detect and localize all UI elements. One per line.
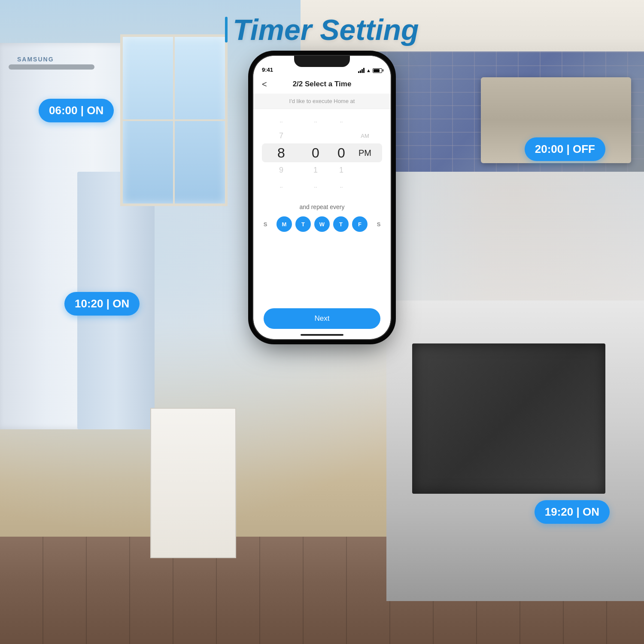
- phone-screen: 9:41 ▲ <: [253, 56, 391, 339]
- title-bar: Timer Setting: [225, 13, 419, 46]
- cabinet-lower: [150, 408, 236, 558]
- min-ones-above: ..: [340, 112, 343, 128]
- home-indicator: [301, 334, 343, 336]
- page-title-area: Timer Setting: [0, 13, 644, 46]
- battery-fill: [374, 69, 380, 72]
- title-bar-accent: [225, 17, 228, 43]
- day-button-T-2[interactable]: T: [295, 216, 311, 232]
- badge-bottom-right: 19:20 | ON: [535, 500, 610, 524]
- day-button-S-6[interactable]: S: [371, 216, 386, 232]
- app-description: I'd like to execute Home at: [253, 94, 391, 109]
- day-button-M-1[interactable]: M: [276, 216, 292, 232]
- min-tens-below: ..: [314, 178, 317, 193]
- min-ones-selected: 0: [337, 143, 345, 162]
- status-time: 9:41: [262, 67, 273, 73]
- signal-bar-3: [361, 69, 363, 73]
- repeat-section: and repeat every SMTWTFS: [253, 197, 391, 235]
- time-picker[interactable]: .. 7 8 9 .. .. 0 1 ..: [253, 109, 391, 197]
- minutes-ones-column[interactable]: .. 0 1 ..: [328, 112, 354, 193]
- minutes-tens-column[interactable]: .. 0 1 ..: [303, 112, 328, 193]
- min-ones-below: ..: [340, 178, 343, 193]
- repeat-label: and repeat every: [299, 204, 344, 210]
- hour-next: 9: [279, 162, 283, 178]
- min-ones-next: 1: [339, 162, 343, 178]
- next-button[interactable]: Next: [264, 308, 380, 329]
- time-separator: [294, 151, 303, 155]
- wifi-icon: ▲: [366, 68, 371, 73]
- app-title: 2/2 Select a Time: [293, 80, 352, 88]
- signal-bars-icon: [358, 68, 365, 73]
- hour-below: ..: [279, 178, 283, 193]
- battery-icon: [373, 68, 382, 73]
- app-header: < 2/2 Select a Time: [253, 75, 391, 94]
- app-content: < 2/2 Select a Time I'd like to execute …: [253, 75, 391, 339]
- hour-above: ..: [279, 112, 283, 128]
- hour-column[interactable]: .. 7 8 9 ..: [268, 112, 294, 193]
- hour-selected: 8: [277, 143, 285, 162]
- signal-bar-1: [358, 71, 359, 73]
- badge-bottom-left: 10:20 | ON: [64, 292, 140, 316]
- spacer: [253, 235, 391, 308]
- signal-bar-4: [363, 68, 365, 73]
- signal-bar-2: [360, 70, 361, 73]
- phone-wrapper: 9:41 ▲ <: [253, 56, 391, 339]
- ampm-column[interactable]: AM PM: [354, 112, 376, 193]
- badge-top-left: 06:00 | ON: [39, 99, 114, 122]
- day-button-T-4[interactable]: T: [333, 216, 349, 232]
- back-button[interactable]: <: [262, 79, 267, 89]
- badge-top-right: 20:00 | OFF: [525, 137, 605, 161]
- page-title: Timer Setting: [233, 13, 419, 46]
- day-button-W-3[interactable]: W: [314, 216, 330, 232]
- hour-prev: 7: [279, 128, 283, 143]
- ampm-selected: PM: [358, 143, 371, 162]
- window: [120, 34, 228, 206]
- min-tens-above: ..: [314, 112, 317, 128]
- min-tens-next: 1: [313, 162, 318, 178]
- min-tens-selected: 0: [312, 143, 319, 162]
- day-button-F-5[interactable]: F: [352, 216, 368, 232]
- day-button-S-0[interactable]: S: [258, 216, 273, 232]
- phone: 9:41 ▲ <: [253, 56, 391, 339]
- ampm-prev: AM: [361, 128, 369, 143]
- oven: [386, 301, 644, 601]
- days-row: SMTWTFS: [258, 216, 386, 232]
- status-icons: ▲: [358, 68, 382, 73]
- phone-notch: [294, 56, 350, 67]
